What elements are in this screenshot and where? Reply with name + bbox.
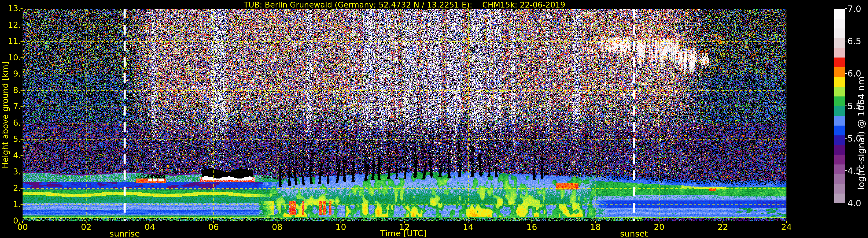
page-title: TUB: Berlin Grunewald (Germany; 52.4732 … [23,0,786,9]
lidar-heatmap-canvas [23,9,786,221]
y-tick-label: 5. [0,134,21,144]
x-tick-label: 16 [520,222,544,232]
y-tick-label: 13. [0,4,21,13]
colorbar-tick-label: 6.5 [847,36,868,46]
x-tick-label: 12 [393,222,416,232]
colorbar-canvas [834,9,845,203]
y-tick-label: 1. [0,200,21,209]
y-tick-label: 8. [0,86,21,95]
x-tick-label: 22 [711,222,734,232]
x-tick-label: 24 [775,222,798,232]
x-tick-label: 10 [329,222,352,232]
y-tick-label: 0. [0,216,21,226]
y-tick-label: 6. [0,118,21,128]
y-tick-label: 12. [0,20,21,30]
y-tick-label: 11. [0,36,21,46]
y-tick-label: 7. [0,102,21,111]
x-tick-label: 02 [74,222,98,232]
y-tick-label: 4. [0,151,21,160]
x-tick-label: 04 [138,222,161,232]
y-tick-label: 2. [0,183,21,193]
x-tick-label: 14 [457,222,480,232]
x-tick-label: 08 [266,222,289,232]
x-tick-label: 20 [648,222,671,232]
colorbar-tick-label: 7.0 [847,4,868,14]
y-tick-label: 10. [0,53,21,62]
x-tick-label: 18 [584,222,607,232]
y-tick-label: 3. [0,167,21,176]
y-tick-label: 9. [0,69,21,78]
colorbar-label: log(rc-signal) @ 1064 nm [856,46,866,220]
x-tick-label: 06 [202,222,225,232]
lidar-quicklook-page: TUB: Berlin Grunewald (Germany; 52.4732 … [0,0,868,238]
